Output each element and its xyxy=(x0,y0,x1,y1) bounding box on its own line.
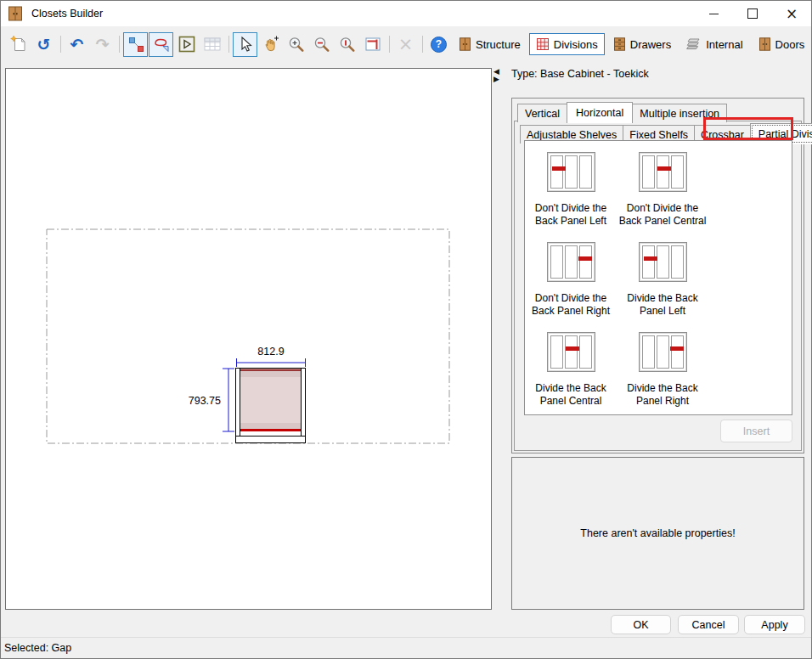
redo-icon: ↷ xyxy=(96,37,110,53)
maximize-icon xyxy=(747,8,758,19)
type-label: Type: Base Cabinet - Toekick xyxy=(511,68,649,80)
undo-icon: ↶ xyxy=(70,37,84,53)
help-button[interactable]: ? xyxy=(426,32,451,57)
option-label: Divide the Back Panel Left xyxy=(627,292,697,318)
grid-tool-button[interactable] xyxy=(200,32,224,57)
undo-button[interactable]: ↶ xyxy=(65,32,89,57)
mode-internal-button[interactable]: Internal xyxy=(679,34,749,55)
close-icon: × xyxy=(786,7,798,21)
delete-icon: × xyxy=(398,37,414,53)
toolbar-separator xyxy=(422,36,423,53)
region-shape-icon xyxy=(153,36,170,53)
division-preview-icon xyxy=(547,332,595,372)
tab-multiple-insertion[interactable]: Multiple insertion xyxy=(632,104,727,122)
minimize-button[interactable] xyxy=(694,1,733,26)
toolbar-separator xyxy=(228,36,229,53)
dimension-line-icon xyxy=(127,36,144,53)
status-bar: Selected: Gap xyxy=(1,637,811,658)
toolbar-separator xyxy=(119,36,120,53)
status-text: Selected: Gap xyxy=(4,642,71,654)
new-document-icon xyxy=(9,35,28,54)
division-preview-icon xyxy=(639,332,687,372)
dimension-line-tool-button[interactable] xyxy=(123,32,148,57)
mode-internal-label: Internal xyxy=(706,38,742,51)
cabinet-drawing: 812.9 793.75 xyxy=(6,69,491,609)
redo-button[interactable]: ↷ xyxy=(90,32,115,57)
mode-doors-button[interactable]: Doors xyxy=(752,33,812,55)
mode-divisions-button[interactable]: Divisions xyxy=(529,33,605,55)
partial-divisions-options: Don't Divide the Back Panel Left Don't D… xyxy=(524,140,792,415)
region-select-tool-button[interactable] xyxy=(149,32,173,57)
close-button[interactable]: × xyxy=(772,1,811,26)
height-dimension xyxy=(223,369,234,431)
division-preview-icon xyxy=(547,152,595,192)
structure-cabinet-icon xyxy=(459,37,471,51)
division-red-line xyxy=(240,429,302,431)
height-dimension-value: 793.75 xyxy=(189,395,221,407)
toekick xyxy=(236,437,306,443)
ok-button[interactable]: OK xyxy=(611,615,671,634)
grid-icon xyxy=(203,36,222,53)
titlebar: Closets Builder × xyxy=(1,1,811,26)
option-dont-divide-right[interactable]: Don't Divide the Back Panel Right xyxy=(525,242,617,318)
drawing-canvas[interactable]: 812.9 793.75 xyxy=(5,68,492,610)
option-divide-left[interactable]: Divide the Back Panel Left xyxy=(617,242,708,318)
fit-window-button[interactable] xyxy=(360,32,385,57)
mode-drawers-label: Drawers xyxy=(630,38,671,51)
cabinet-object[interactable] xyxy=(236,369,306,443)
selected-gap-fill xyxy=(240,371,302,429)
zoom-actual-button[interactable] xyxy=(335,32,359,57)
mode-structure-button[interactable]: Structure xyxy=(452,33,527,55)
divisions-grid-icon xyxy=(536,37,550,51)
option-divide-central[interactable]: Divide the Back Panel Central xyxy=(525,332,617,408)
option-dont-divide-left[interactable]: Don't Divide the Back Panel Left xyxy=(525,152,617,228)
delete-button[interactable]: × xyxy=(393,32,418,57)
panel-collapse-toggle[interactable]: ◀ ▶ xyxy=(493,68,499,83)
option-label: Divide the Back Panel Right xyxy=(627,382,697,408)
zoom-out-icon xyxy=(313,36,330,54)
zoom-out-button[interactable] xyxy=(309,32,334,57)
apply-button[interactable]: Apply xyxy=(744,615,805,634)
width-dimension xyxy=(237,358,306,367)
option-label: Divide the Back Panel Central xyxy=(535,382,606,408)
zoom-in-button[interactable] xyxy=(284,32,308,57)
mode-drawers-button[interactable]: Drawers xyxy=(606,33,678,55)
doors-icon xyxy=(758,37,771,51)
cancel-button[interactable]: Cancel xyxy=(678,615,739,634)
division-preview-icon xyxy=(639,152,687,192)
new-button[interactable] xyxy=(6,32,31,57)
tab-horizontal[interactable]: Horizontal xyxy=(567,102,633,123)
width-dimension-value: 812.9 xyxy=(257,346,284,358)
refresh-button[interactable]: ↺ xyxy=(31,32,56,57)
toolbar-separator xyxy=(389,36,390,53)
insert-button[interactable]: Insert xyxy=(720,420,792,442)
mode-structure-label: Structure xyxy=(476,38,521,51)
option-divide-right[interactable]: Divide the Back Panel Right xyxy=(617,332,708,408)
help-icon: ? xyxy=(431,37,447,53)
zoom-actual-icon xyxy=(338,36,356,54)
option-label: Don't Divide the Back Panel Left xyxy=(535,202,606,228)
collapse-right-icon: ▶ xyxy=(493,76,499,83)
app-window: Closets Builder × ↺ ↶ ↷ xyxy=(0,0,812,659)
maximize-button[interactable] xyxy=(733,1,772,26)
drawers-icon xyxy=(613,37,626,51)
fit-window-icon xyxy=(364,36,382,53)
primary-tabs: Vertical Horizontal Multiple insertion xyxy=(517,101,726,122)
cursor-icon xyxy=(237,36,254,53)
select-tool-button[interactable] xyxy=(233,32,257,57)
app-icon xyxy=(8,6,23,21)
window-title: Closets Builder xyxy=(31,8,103,20)
properties-panel: There aren't available properties! xyxy=(511,457,804,610)
toolbar: ↺ ↶ ↷ xyxy=(1,26,811,62)
mode-divisions-label: Divisions xyxy=(554,38,598,51)
internal-shelves-icon xyxy=(686,38,702,50)
mode-buttons: Structure Divisions Drawers xyxy=(452,33,812,55)
window-controls: × xyxy=(694,1,811,26)
division-preview-icon xyxy=(639,242,687,282)
option-dont-divide-central[interactable]: Don't Divide the Back Panel Central xyxy=(617,152,708,228)
properties-message: There aren't available properties! xyxy=(580,527,735,539)
play-arrow-tool-button[interactable] xyxy=(174,32,199,57)
option-label: Don't Divide the Back Panel Central xyxy=(619,202,707,228)
pan-tool-button[interactable] xyxy=(258,32,283,57)
tab-vertical[interactable]: Vertical xyxy=(517,104,567,122)
